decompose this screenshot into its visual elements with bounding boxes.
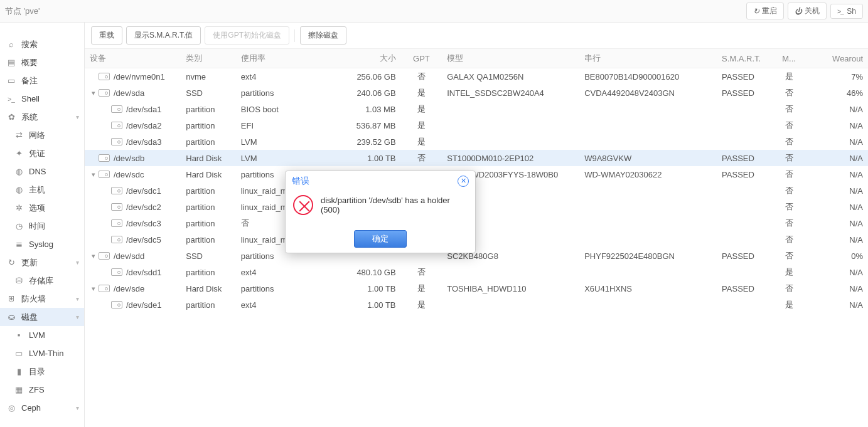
dialog-message: disk/partition '/dev/sdb' has a holder (…	[321, 196, 469, 214]
error-icon	[293, 195, 313, 215]
ok-button[interactable]: 确定	[354, 230, 407, 248]
dialog-header[interactable]: 错误 ✕	[286, 171, 475, 191]
dialog-body: disk/partition '/dev/sdb' has a holder (…	[286, 191, 475, 225]
dialog-footer: 确定	[286, 225, 475, 253]
close-icon[interactable]: ✕	[458, 176, 469, 187]
dialog-title: 错误	[292, 176, 309, 187]
error-dialog: 错误 ✕ disk/partition '/dev/sdb' has a hol…	[285, 171, 476, 253]
